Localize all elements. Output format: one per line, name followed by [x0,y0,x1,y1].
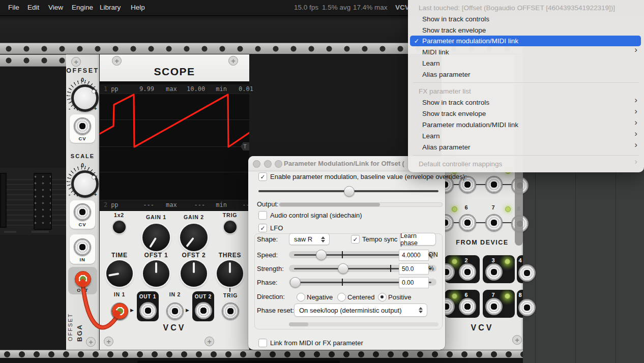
lfo-scrollbar-track[interactable] [289,322,438,326]
zoom-button[interactable] [275,160,282,168]
direction-centered-radio[interactable] [337,293,346,301]
ofst1-label: OFST 1 [141,252,171,259]
gain2-knob[interactable] [180,224,208,251]
menu-item-fx-learn[interactable]: Learn › [408,130,644,141]
offset-side-text: OFFSET [67,297,73,341]
offset-in-label: IN [70,257,95,262]
menu-item-show-track-envelope[interactable]: Show track envelope [408,24,644,36]
tempo-sync-checkbox[interactable]: ✓ [351,235,360,244]
menu-item-fx-parameter-modulation[interactable]: Parameter modulation/MIDI link › [408,119,644,130]
dialog-title: Parameter Modulation/Link for Offset ( [284,160,404,167]
chevron-right-icon: › [634,142,637,147]
offset-cv2-port[interactable] [74,203,91,221]
chevron-right-icon: › [634,120,637,125]
cable-plug-in[interactable] [112,303,128,319]
phase-slider-thumb[interactable] [290,277,301,288]
shape-dropdown[interactable]: saw R [289,233,330,245]
from-device-port[interactable] [485,298,503,315]
scope-plot [100,81,249,211]
menu-item-alias-parameter[interactable]: Alias parameter [408,69,644,80]
app-label: VCV [395,4,409,11]
phase-value-field[interactable]: 0.00 [399,277,429,288]
offset-in-port[interactable] [74,238,91,256]
menu-edit[interactable]: Edit [27,4,39,11]
param-modulation-dialog: Parameter Modulation/Link for Offset ( ✓… [248,156,445,350]
menu-item-fx-show-in-track-controls[interactable]: Show in track controls › [408,97,644,108]
strength-value-field[interactable]: 50.0 [399,263,429,275]
menu-view[interactable]: View [48,4,63,11]
trig-port[interactable] [222,302,239,320]
direction-negative-label: Negative [307,293,333,301]
bottom-toast-bar [137,360,340,363]
menu-item-show-in-track-controls[interactable]: Show in track controls [408,13,644,24]
to-device-port[interactable] [485,214,503,231]
close-button[interactable] [253,160,260,168]
minimize-button[interactable] [264,160,272,168]
from-device-port[interactable] [459,298,476,315]
offset-cv1-port[interactable] [74,117,91,135]
to-device-port[interactable] [459,214,476,231]
phase-reset-value: On seek/loop (deterministic output) [295,307,402,314]
enable-modulation-checkbox[interactable]: ✓ [258,172,267,181]
from-device-badge: 7 [483,290,515,318]
check-icon: ✓ [353,236,358,243]
menu-item-label: Parameter modulation/MIDI link [422,37,518,45]
from-device-badge: 2 [445,255,480,283]
out1-badge: OUT 1 [137,291,159,321]
thres-knob[interactable] [217,260,243,287]
ofst1-knob[interactable] [143,260,169,287]
from-device-port[interactable] [459,263,476,281]
learn-phase-button[interactable]: Learn phase [400,233,436,246]
btn-1x2[interactable] [113,221,126,233]
menu-file[interactable]: File [8,4,19,11]
time-knob[interactable] [106,260,133,287]
scope-header: + + SCOPE [100,54,249,82]
strength-slider-thumb[interactable] [338,263,348,274]
direction-negative-radio[interactable] [297,293,305,301]
lfo-checkbox[interactable]: ✓ [258,224,267,232]
out1-port[interactable] [139,302,157,319]
context-menu: Last touched: [Offset (Bogaudio OFFSET [… [408,0,644,172]
sidechain-checkbox[interactable] [258,211,267,220]
from-device-port[interactable] [485,263,503,281]
in2-port[interactable] [166,302,184,320]
out2-port[interactable] [195,302,212,319]
menu-item-midi-link[interactable]: MIDI link › [408,46,644,57]
gain1-knob[interactable] [142,224,170,251]
to-device-port[interactable] [485,176,503,193]
direction-positive-radio[interactable] [378,293,387,301]
menu-item-fx-alias-parameter[interactable]: Alias parameter › [408,141,644,153]
menu-item-fx-show-track-envelope[interactable]: Show track envelope › [408,108,644,119]
check-icon: ✓ [260,225,265,232]
menu-item-label: Learn [422,132,440,140]
menu-header-text: FX parameter list [419,87,471,95]
menu-engine[interactable]: Engine [72,4,93,11]
from-device-port[interactable] [518,264,536,282]
led-indicator [505,293,510,299]
knob-pointer [174,218,213,257]
menu-help[interactable]: Help [131,4,145,11]
phase-reset-dropdown[interactable]: On seek/loop (deterministic output) [294,304,427,317]
vcv-logo: VCV [442,323,523,332]
trig-btn[interactable] [224,221,237,233]
link-midi-checkbox[interactable] [258,339,267,347]
ofst2-label: OFST 2 [179,252,209,259]
strength-label: Strength: [257,265,284,273]
menu-item-parameter-modulation[interactable]: ✓ Parameter modulation/MIDI link [410,36,641,46]
pp-value: --- [126,201,156,208]
menu-header-fx-parameter-list: FX parameter list [408,85,644,97]
idc-connector [34,173,52,230]
speed-slider-thumb[interactable] [316,250,327,260]
cable-plug-out[interactable] [75,271,91,287]
menu-item-label: Learn [422,59,440,67]
speed-value-field[interactable]: 4.0000 [399,250,429,261]
port-number: 7 [489,292,498,298]
lfo-scrollbar-thumb[interactable] [289,322,308,326]
from-device-port[interactable] [518,299,536,316]
menu-item-learn[interactable]: Learn [408,57,644,69]
menu-library[interactable]: Library [100,4,121,11]
from-device-badge: 8 [517,290,523,318]
cpu-max-stat: 17.4% max [353,4,388,11]
ofst2-knob[interactable] [181,260,207,287]
baseline-slider-thumb[interactable] [344,186,355,197]
